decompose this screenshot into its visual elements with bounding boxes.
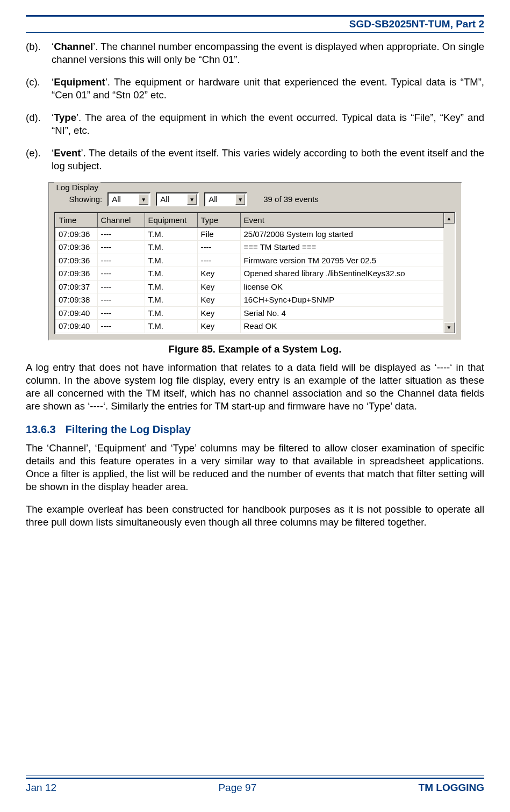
cell-event: Serial No. 4: [240, 306, 443, 320]
table-row[interactable]: 07:09:38----T.M.Key16CH+Sync+Dup+SNMP: [55, 293, 443, 307]
cell-channel: ----: [97, 227, 145, 241]
cell-event: Firmware version TM 20795 Ver 02.5: [240, 254, 443, 267]
cell-equipment: T.M.: [145, 280, 197, 293]
cell-event: license OK: [240, 280, 443, 293]
log-list-wrap: Time Channel Equipment Type Event 07:09:…: [54, 212, 456, 334]
col-type[interactable]: Type: [197, 213, 240, 228]
section-title: Filtering the Log Display: [66, 423, 191, 435]
log-header-row: Time Channel Equipment Type Event: [55, 213, 443, 228]
cell-equipment: T.M.: [145, 254, 197, 267]
equipment-filter-value: All: [160, 194, 169, 205]
cell-type: File: [197, 227, 240, 241]
cell-type: ----: [197, 241, 240, 254]
type-filter-value: All: [209, 194, 218, 205]
cell-equipment: T.M.: [145, 267, 197, 281]
cell-channel: ----: [97, 293, 145, 307]
table-row[interactable]: 07:09:36----T.M.----Firmware version TM …: [55, 254, 443, 267]
definition-item: (b).‘Channel’. The channel number encomp…: [26, 40, 484, 66]
page-header: SGD-SB2025NT-TUM, Part 2: [26, 18, 484, 33]
equipment-filter-combo[interactable]: All ▼: [156, 192, 199, 206]
definition-body: ‘Equipment’. The equipment or hardware u…: [52, 76, 484, 102]
definition-marker: (e).: [26, 147, 52, 160]
cell-channel: ----: [97, 320, 145, 333]
cell-time: 07:09:40: [55, 320, 97, 333]
cell-time: 07:09:38: [55, 293, 97, 307]
cell-equipment: T.M.: [145, 241, 197, 254]
scroll-up-icon[interactable]: ▲: [444, 213, 455, 224]
cell-type: Key: [197, 306, 240, 320]
cell-event: === TM Started ===: [240, 241, 443, 254]
event-count: 39 of 39 events: [263, 194, 319, 205]
cell-event: 16CH+Sync+Dup+SNMP: [240, 293, 443, 307]
log-filter-row: Showing: All ▼ All ▼ All ▼ 39 of 39 even…: [54, 189, 456, 212]
channel-filter-combo[interactable]: All ▼: [107, 192, 150, 206]
log-table: Time Channel Equipment Type Event 07:09:…: [55, 213, 444, 333]
table-row[interactable]: 07:09:37----T.M.Keylicense OK: [55, 280, 443, 293]
table-row[interactable]: 07:09:40----T.M.KeyRead OK: [55, 320, 443, 333]
log-display-panel: Log Display Showing: All ▼ All ▼ All ▼ 3…: [48, 182, 462, 341]
cell-time: 07:09:37: [55, 280, 97, 293]
cell-type: Key: [197, 280, 240, 293]
cell-time: 07:09:40: [55, 306, 97, 320]
scroll-down-icon[interactable]: ▼: [444, 322, 455, 333]
footer-section: TM LOGGING: [419, 781, 484, 795]
cell-time: 07:09:36: [55, 267, 97, 281]
page-footer: Jan 12 Page 97 TM LOGGING: [26, 775, 484, 795]
definition-item: (e).‘Event’. The details of the event it…: [26, 147, 484, 173]
table-row[interactable]: 07:09:36----T.M.----=== TM Started ===: [55, 241, 443, 254]
col-event[interactable]: Event: [240, 213, 443, 228]
definition-body: ‘Type’. The area of the equipment in whi…: [52, 111, 484, 137]
cell-equipment: T.M.: [145, 320, 197, 333]
header-top-rule: [26, 15, 484, 17]
cell-type: ----: [197, 254, 240, 267]
cell-event: 25/07/2008 System log started: [240, 227, 443, 241]
col-time[interactable]: Time: [55, 213, 97, 228]
section-para-2: The example overleaf has been constructe…: [26, 503, 484, 529]
table-row[interactable]: 07:09:40----T.M.KeySerial No. 4: [55, 306, 443, 320]
col-channel[interactable]: Channel: [97, 213, 145, 228]
section-heading: 13.6.3Filtering the Log Display: [26, 422, 484, 436]
chevron-down-icon[interactable]: ▼: [187, 194, 197, 205]
log-display-legend: Log Display: [54, 182, 100, 193]
section-number: 13.6.3: [26, 422, 56, 436]
footer-page: Page 97: [218, 781, 256, 795]
definition-item: (d).‘Type’. The area of the equipment in…: [26, 111, 484, 137]
cell-type: Key: [197, 267, 240, 281]
cell-time: 07:09:36: [55, 227, 97, 241]
table-row[interactable]: 07:09:36----T.M.File25/07/2008 System lo…: [55, 227, 443, 241]
cell-time: 07:09:36: [55, 241, 97, 254]
definition-marker: (d).: [26, 111, 52, 124]
scroll-track[interactable]: [444, 224, 455, 322]
cell-time: 07:09:36: [55, 254, 97, 267]
cell-channel: ----: [97, 306, 145, 320]
cell-channel: ----: [97, 241, 145, 254]
cell-equipment: T.M.: [145, 227, 197, 241]
cell-channel: ----: [97, 254, 145, 267]
definition-item: (c).‘Equipment’. The equipment or hardwa…: [26, 76, 484, 102]
chevron-down-icon[interactable]: ▼: [235, 194, 245, 205]
footer-date: Jan 12: [26, 781, 56, 795]
channel-filter-value: All: [112, 194, 121, 205]
figure-caption: Figure 85. Example of a System Log.: [26, 343, 484, 356]
definition-body: ‘Event’. The details of the event itself…: [52, 147, 484, 173]
definition-body: ‘Channel’. The channel number encompassi…: [52, 40, 484, 66]
showing-label: Showing:: [69, 194, 103, 205]
type-filter-combo[interactable]: All ▼: [204, 192, 247, 206]
doc-code: SGD-SB2025NT-TUM, Part 2: [349, 18, 484, 31]
definition-marker: (c).: [26, 76, 52, 89]
cell-channel: ----: [97, 280, 145, 293]
cell-type: Key: [197, 320, 240, 333]
definition-list: (b).‘Channel’. The channel number encomp…: [26, 40, 484, 173]
cell-channel: ----: [97, 267, 145, 281]
cell-equipment: T.M.: [145, 293, 197, 307]
cell-type: Key: [197, 293, 240, 307]
definition-marker: (b).: [26, 40, 52, 53]
table-row[interactable]: 07:09:36----T.M.KeyOpened shared library…: [55, 267, 443, 281]
paragraph-after-figure: A log entry that does not have informati…: [26, 361, 484, 413]
cell-event: Opened shared library ./libSentinelKeys3…: [240, 267, 443, 281]
chevron-down-icon[interactable]: ▼: [139, 194, 148, 205]
cell-equipment: T.M.: [145, 306, 197, 320]
section-para-1: The ‘Channel’, ‘Equipment’ and ‘Type’ co…: [26, 442, 484, 493]
vertical-scrollbar[interactable]: ▲ ▼: [444, 213, 455, 333]
col-equipment[interactable]: Equipment: [145, 213, 197, 228]
